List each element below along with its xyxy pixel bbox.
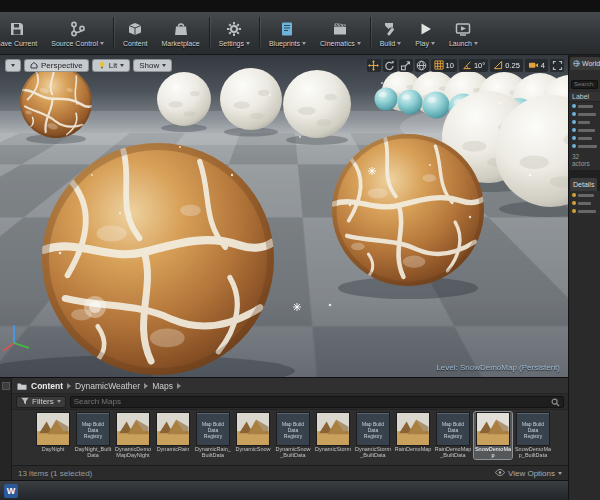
actor-icon xyxy=(572,144,576,148)
asset-tile-dynamicrain[interactable]: DynamicRain xyxy=(154,412,192,453)
snow-sphere-1[interactable] xyxy=(157,72,211,126)
sources-panel-collapsed[interactable] xyxy=(0,378,12,480)
view-options-button[interactable]: View Options xyxy=(495,469,562,478)
content-search-box xyxy=(70,396,564,408)
viewport-toolbar-left: Perspective Lit Show xyxy=(5,59,172,72)
actor-count-text: 32 actors xyxy=(569,150,600,170)
launch-button[interactable]: Launch xyxy=(442,12,485,54)
snow-emitter-sprite[interactable] xyxy=(368,167,376,175)
dropdown-arrow-icon xyxy=(558,472,562,475)
right-dock-panel: World Outliner Label 32 actors Details xyxy=(568,55,600,500)
outliner-actor-row[interactable] xyxy=(569,134,600,142)
asset-tile-raindemomap[interactable]: RainDemoMap xyxy=(394,412,432,453)
viewport-3d[interactable]: Perspective Lit Show xyxy=(0,55,568,377)
breadcrumb-dynamicweather[interactable]: DynamicWeather xyxy=(75,381,140,391)
scale-tool-button[interactable] xyxy=(399,59,413,72)
outliner-actor-row[interactable] xyxy=(569,102,600,110)
dropdown-arrow-icon xyxy=(357,42,361,45)
stone-sphere-large[interactable] xyxy=(42,143,274,375)
level-asset-thumbnail xyxy=(37,413,69,445)
snow-emitter-sprite[interactable] xyxy=(293,303,301,311)
build-button[interactable]: Build xyxy=(373,12,409,54)
move-tool-button[interactable] xyxy=(367,59,381,72)
snow-sphere-3[interactable] xyxy=(283,70,351,138)
dropdown-arrow-icon xyxy=(246,42,250,45)
asset-tile-dynamicstorm[interactable]: DynamicStorm xyxy=(314,412,352,453)
asset-tile-snowdemomap-builtdata[interactable]: Map Build Data Registry SnowDemoMap_Buil… xyxy=(514,412,552,459)
asset-tile-snowdemomap-selected[interactable]: SnowDemoMap xyxy=(474,412,512,459)
search-maps-input[interactable] xyxy=(74,397,549,406)
actor-icon xyxy=(572,128,576,132)
outliner-search-input[interactable] xyxy=(571,80,598,89)
maximize-viewport-button[interactable] xyxy=(550,59,564,72)
asset-name: DynamicSnow xyxy=(234,446,272,452)
outliner-label-column-header[interactable]: Label xyxy=(569,92,600,102)
show-menu-button[interactable]: Show xyxy=(133,59,172,72)
cinematics-button[interactable]: Cinematics xyxy=(313,12,368,54)
toolbar-button-label: Content xyxy=(123,40,148,47)
scale-snap-control[interactable]: 0.25 xyxy=(490,59,523,72)
rotate-tool-button[interactable] xyxy=(383,59,397,72)
viewport-options-button[interactable] xyxy=(5,59,21,72)
asset-tile-dynamicsnow-builtdata[interactable]: Map Build Data Registry DynamicSnow_Buil… xyxy=(274,412,312,459)
breadcrumb-maps[interactable]: Maps xyxy=(152,381,173,391)
data-tile-text: Map Build Data Registry xyxy=(437,420,469,440)
asset-tile-raindemomap-builtdata[interactable]: Map Build Data Registry RainDemoMap_Buil… xyxy=(434,412,472,459)
asset-name: DynamicStorm xyxy=(314,446,352,452)
level-asset-thumbnail xyxy=(237,413,269,445)
asset-tile-dynamicrain-builtdata[interactable]: Map Build Data Registry DynamicRain_Buil… xyxy=(194,412,232,459)
asset-name: RainDemoMap_BuiltData xyxy=(434,446,472,458)
toolbar-button-label: Save Current xyxy=(0,40,37,47)
outliner-actor-row[interactable] xyxy=(569,110,600,118)
asset-tile-daynight[interactable]: DayNight xyxy=(34,412,72,453)
save-current-button[interactable]: Save Current xyxy=(0,12,44,54)
breadcrumb-content[interactable]: Content xyxy=(31,381,63,391)
details-row[interactable] xyxy=(569,207,600,215)
outliner-actor-row[interactable] xyxy=(569,126,600,134)
toolbar-button-label: Settings xyxy=(219,40,244,47)
blueprints-button[interactable]: Blueprints xyxy=(262,12,313,54)
level-status-text: Level: SnowDemoMap (Persistent) xyxy=(436,363,560,372)
world-outliner-tab-label: World Outliner xyxy=(582,60,600,67)
play-button[interactable]: Play xyxy=(408,12,442,54)
details-row[interactable] xyxy=(569,199,600,207)
stone-sphere-medium[interactable] xyxy=(332,134,484,286)
scale-snap-value: 0.25 xyxy=(505,61,520,70)
asset-tile-dynamicstorm-builtdata[interactable]: Map Build Data Registry DynamicStorm_Bui… xyxy=(354,412,392,459)
window-titlebar xyxy=(0,0,600,12)
details-row[interactable] xyxy=(569,191,600,199)
asset-tile-dynamicdemomapdaynight[interactable]: DynamicDemoMapDayNight xyxy=(114,412,152,459)
viewport-scene xyxy=(0,55,568,377)
camera-speed-control[interactable]: 4 xyxy=(525,59,548,72)
grid-snap-control[interactable]: 10 xyxy=(431,59,457,72)
play-icon xyxy=(416,20,434,39)
sources-toggle-icon[interactable] xyxy=(2,382,10,390)
outliner-actor-row[interactable] xyxy=(569,142,600,150)
tab-details[interactable]: Details xyxy=(570,178,597,191)
snow-sphere-2[interactable] xyxy=(220,68,282,130)
toolbar-separator xyxy=(113,17,114,49)
toolbar-button-label: Marketplace xyxy=(161,40,199,47)
marketplace-button[interactable]: Marketplace xyxy=(154,12,206,54)
camera-speed-value: 4 xyxy=(541,61,545,70)
bulb-icon xyxy=(98,61,106,71)
outliner-actor-row[interactable] xyxy=(569,118,600,126)
word-taskbar-icon[interactable]: W xyxy=(4,484,18,498)
viewport-axes-gizmo xyxy=(3,325,29,351)
perspective-button[interactable]: Perspective xyxy=(24,59,89,72)
world-space-toggle-button[interactable] xyxy=(415,59,429,72)
globe-icon xyxy=(573,60,580,68)
filters-button[interactable]: Filters xyxy=(16,396,66,408)
tab-world-outliner[interactable]: World Outliner xyxy=(570,57,600,70)
source-control-button[interactable]: Source Control xyxy=(44,12,111,54)
content-browser-path-bar: Content DynamicWeather Maps xyxy=(12,378,568,394)
detail-icon xyxy=(572,193,576,197)
content-button[interactable]: Content xyxy=(116,12,155,54)
content-drawer-icon xyxy=(126,20,144,39)
settings-button[interactable]: Settings xyxy=(212,12,257,54)
asset-tile-dynamicsnow[interactable]: DynamicSnow xyxy=(234,412,272,453)
lit-mode-button[interactable]: Lit xyxy=(92,59,130,72)
data-tile-text: Map Build Data Registry xyxy=(277,420,309,440)
asset-tile-daynight-builtdata[interactable]: Map Build Data Registry DayNight_BuiltDa… xyxy=(74,412,112,459)
rotation-snap-control[interactable]: 10° xyxy=(459,59,488,72)
